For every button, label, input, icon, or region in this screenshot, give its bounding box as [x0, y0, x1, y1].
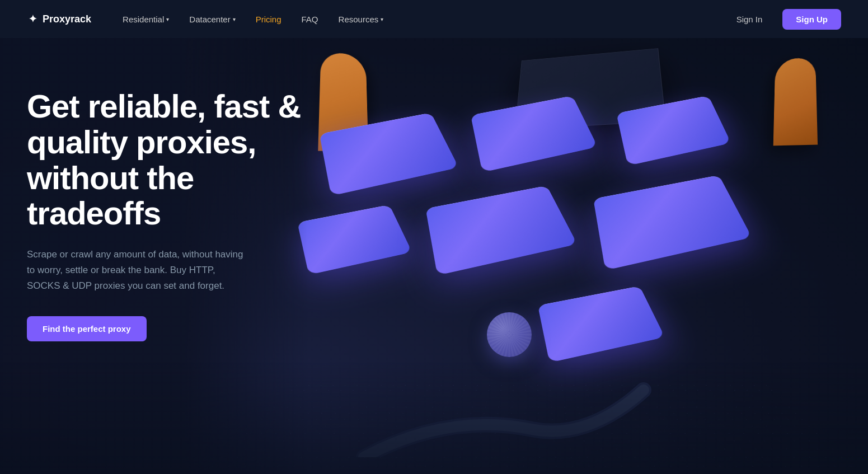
arch-decoration-right	[773, 55, 818, 146]
nav-item-faq[interactable]: FAQ	[293, 10, 327, 29]
hero-section: Get reliable, fast & quality proxies, wi…	[0, 38, 868, 474]
signin-button[interactable]: Sign In	[725, 10, 774, 29]
tile-5	[425, 186, 577, 276]
navbar: ✦ Proxyrack Residential ▾ Datacenter ▾ P…	[0, 0, 868, 38]
brand-name: Proxyrack	[43, 13, 91, 25]
logo-icon: ✦	[27, 13, 38, 25]
nav-item-datacenter[interactable]: Datacenter ▾	[180, 10, 244, 29]
signup-button[interactable]: Sign Up	[782, 9, 841, 30]
navbar-left: ✦ Proxyrack Residential ▾ Datacenter ▾ P…	[27, 10, 392, 29]
chevron-down-icon: ▾	[166, 16, 169, 22]
hero-subtitle: Scrape or crawl any amount of data, with…	[27, 247, 251, 294]
tile-6	[593, 175, 752, 270]
road-decoration	[336, 345, 672, 457]
nav-item-resources[interactable]: Resources ▾	[330, 10, 393, 29]
logo[interactable]: ✦ Proxyrack	[27, 13, 91, 25]
nav-links: Residential ▾ Datacenter ▾ Pricing FAQ R…	[114, 10, 392, 29]
chevron-down-icon: ▾	[381, 16, 383, 22]
nav-item-pricing[interactable]: Pricing	[247, 10, 290, 29]
cta-button[interactable]: Find the perfect proxy	[27, 316, 147, 341]
chevron-down-icon: ▾	[233, 16, 236, 22]
navbar-right: Sign In Sign Up	[725, 9, 841, 30]
nav-item-residential[interactable]: Residential ▾	[114, 10, 178, 29]
hero-content: Get reliable, fast & quality proxies, wi…	[27, 88, 318, 341]
hero-title: Get reliable, fast & quality proxies, wi…	[27, 88, 318, 231]
